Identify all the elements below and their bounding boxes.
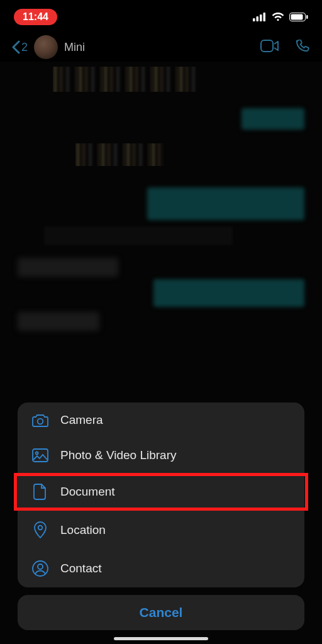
back-button[interactable]: 2 — [11, 40, 28, 54]
svg-rect-9 — [33, 449, 48, 462]
svg-rect-5 — [291, 14, 303, 20]
svg-point-11 — [38, 526, 43, 530]
status-time-recording: 11:44 — [14, 9, 57, 25]
status-bar: 11:44 — [0, 0, 322, 30]
document-icon — [31, 484, 49, 500]
wifi-icon — [272, 13, 284, 21]
menu-item-label: Document — [60, 485, 115, 499]
svg-rect-6 — [306, 15, 308, 19]
svg-rect-0 — [253, 18, 255, 21]
camera-icon — [31, 413, 49, 427]
avatar[interactable] — [34, 35, 58, 59]
svg-rect-7 — [261, 40, 273, 52]
svg-point-8 — [38, 419, 43, 425]
location-icon — [31, 521, 49, 539]
contact-icon — [31, 560, 49, 577]
status-right — [253, 13, 308, 21]
video-call-icon[interactable] — [260, 40, 279, 52]
voice-call-icon[interactable] — [296, 40, 311, 55]
cellular-icon — [253, 13, 267, 21]
menu-item-label: Photo & Video Library — [60, 448, 177, 462]
cancel-button[interactable]: Cancel — [18, 595, 304, 630]
battery-icon — [289, 13, 308, 21]
svg-point-10 — [36, 452, 38, 455]
svg-rect-2 — [260, 14, 262, 21]
chat-header: 2 Mini — [0, 30, 322, 64]
menu-item-label: Location — [60, 523, 106, 537]
svg-rect-1 — [257, 16, 259, 21]
menu-item-location[interactable]: Location — [18, 511, 304, 550]
svg-rect-3 — [264, 13, 266, 21]
menu-item-photo-library[interactable]: Photo & Video Library — [18, 438, 304, 473]
menu-item-label: Contact — [60, 562, 101, 575]
unread-count: 2 — [21, 41, 28, 54]
action-sheet: Camera Photo & Video Library Document Lo… — [18, 402, 304, 630]
svg-point-13 — [38, 564, 43, 569]
menu-item-document[interactable]: Document — [18, 473, 304, 511]
highlight-box — [14, 473, 308, 511]
home-indicator[interactable] — [114, 637, 208, 640]
chevron-left-icon — [11, 40, 20, 54]
photo-library-icon — [31, 448, 49, 462]
menu-item-camera[interactable]: Camera — [18, 402, 304, 438]
menu-item-contact[interactable]: Contact — [18, 550, 304, 587]
menu-item-label: Camera — [60, 413, 103, 427]
contact-name[interactable]: Mini — [64, 41, 85, 54]
attachment-menu: Camera Photo & Video Library Document Lo… — [18, 402, 304, 587]
